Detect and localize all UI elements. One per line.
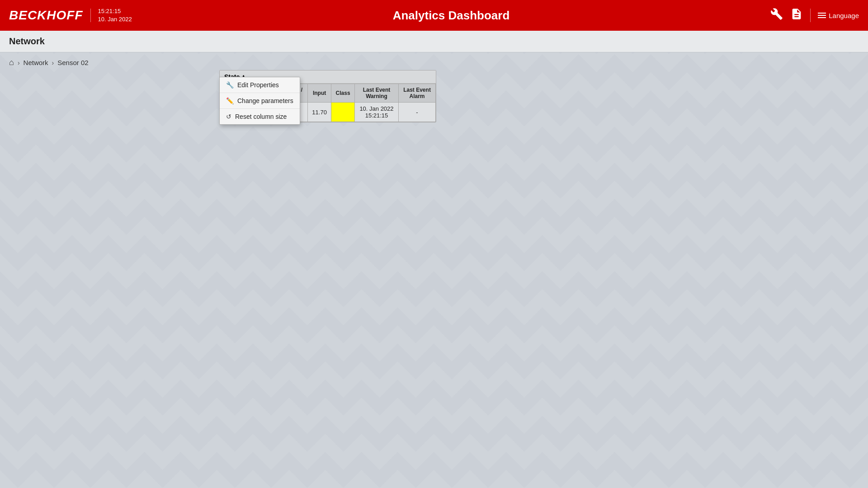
cell-input: 11.70 <box>308 103 331 122</box>
context-menu: 🔧 Edit Properties ✏️ Change parameters ↺… <box>219 77 300 125</box>
header-time: 15:21:15 10. Jan 2022 <box>98 7 132 23</box>
pencil-icon: ✏️ <box>226 97 234 104</box>
menu-label-params: Change parameters <box>237 97 293 104</box>
language-label: Language <box>829 12 859 19</box>
menu-item-edit-properties[interactable]: 🔧 Edit Properties <box>220 77 300 93</box>
language-selector[interactable]: Language <box>818 12 859 19</box>
menu-label-reset: Reset column size <box>235 113 287 120</box>
breadcrumb-network[interactable]: Network <box>24 59 48 66</box>
language-icon <box>818 13 826 18</box>
reset-icon: ↺ <box>226 113 231 120</box>
col-input: Input <box>308 84 331 103</box>
header-icons: Language <box>770 8 859 23</box>
lang-divider <box>810 9 811 22</box>
logo-text: BECKHOFF <box>9 8 83 23</box>
menu-item-reset-column[interactable]: ↺ Reset column size <box>220 109 300 124</box>
cell-last-warning: 10. Jan 202215:21:15 <box>354 103 398 122</box>
breadcrumb-sensor[interactable]: Sensor 02 <box>57 59 88 66</box>
col-last-alarm: Last EventAlarm <box>399 84 436 103</box>
cell-last-alarm: - <box>399 103 436 122</box>
sub-header: Network <box>0 31 868 52</box>
sub-header-title: Network <box>9 36 45 47</box>
wrench-icon: 🔧 <box>226 81 234 89</box>
col-class: Class <box>331 84 355 103</box>
col-last-warning: Last EventWarning <box>354 84 398 103</box>
date-display: 10. Jan 2022 <box>98 15 132 23</box>
tools-icon[interactable] <box>770 8 783 23</box>
header-title: Analytics Dashboard <box>132 9 771 23</box>
document-icon[interactable] <box>790 8 803 23</box>
logo-divider <box>90 9 91 22</box>
cell-class <box>331 103 355 122</box>
time-display: 15:21:15 <box>98 7 132 15</box>
chevron-icon-2: › <box>52 59 54 66</box>
chevron-icon-1: › <box>18 59 20 66</box>
menu-label-edit: Edit Properties <box>237 81 279 89</box>
home-icon[interactable]: ⌂ <box>9 58 14 67</box>
logo-area: BECKHOFF 15:21:15 10. Jan 2022 <box>9 7 132 23</box>
menu-item-change-parameters[interactable]: ✏️ Change parameters <box>220 93 300 109</box>
header: BECKHOFF 15:21:15 10. Jan 2022 Analytics… <box>0 0 868 31</box>
